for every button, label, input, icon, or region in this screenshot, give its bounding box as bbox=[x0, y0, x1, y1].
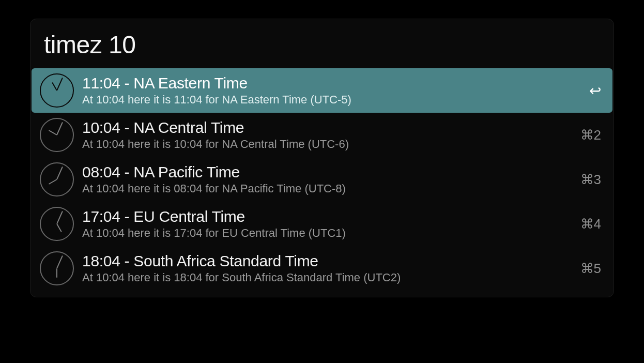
keyboard-shortcut: ⌘3 bbox=[580, 172, 601, 188]
search-input[interactable] bbox=[44, 31, 600, 59]
clock-icon bbox=[39, 250, 75, 286]
result-subtitle: At 10:04 here it is 18:04 for South Afri… bbox=[82, 270, 573, 285]
result-row[interactable]: 17:04 - EU Central TimeAt 10:04 here it … bbox=[32, 202, 612, 246]
launcher-window: 11:04 - NA Eastern TimeAt 10:04 here it … bbox=[30, 19, 614, 297]
result-title: 17:04 - EU Central Time bbox=[82, 207, 573, 226]
clock-icon bbox=[39, 206, 75, 242]
clock-icon bbox=[39, 117, 75, 153]
clock-icon bbox=[39, 161, 75, 198]
result-text: 08:04 - NA Pacific TimeAt 10:04 here it … bbox=[82, 163, 573, 196]
keyboard-shortcut: ⌘4 bbox=[580, 216, 601, 232]
result-row[interactable]: 18:04 - South Africa Standard TimeAt 10:… bbox=[32, 246, 612, 291]
keyboard-shortcut: ⌘5 bbox=[580, 261, 601, 277]
results-list: 11:04 - NA Eastern TimeAt 10:04 here it … bbox=[30, 68, 614, 291]
result-title: 08:04 - NA Pacific Time bbox=[82, 163, 573, 182]
result-subtitle: At 10:04 here it is 17:04 for EU Central… bbox=[82, 226, 573, 241]
result-row[interactable]: 11:04 - NA Eastern TimeAt 10:04 here it … bbox=[32, 68, 612, 113]
result-row[interactable]: 10:04 - NA Central TimeAt 10:04 here it … bbox=[32, 113, 612, 157]
return-icon: ↩ bbox=[589, 82, 601, 99]
keyboard-shortcut: ⌘2 bbox=[580, 127, 601, 143]
result-title: 11:04 - NA Eastern Time bbox=[82, 74, 582, 93]
result-text: 18:04 - South Africa Standard TimeAt 10:… bbox=[82, 252, 573, 285]
result-subtitle: At 10:04 here it is 11:04 for NA Eastern… bbox=[82, 93, 582, 108]
result-text: 11:04 - NA Eastern TimeAt 10:04 here it … bbox=[82, 74, 582, 108]
result-title: 10:04 - NA Central Time bbox=[82, 118, 573, 137]
clock-icon bbox=[39, 72, 75, 109]
enter-shortcut: ↩ bbox=[589, 82, 601, 99]
result-row[interactable]: 08:04 - NA Pacific TimeAt 10:04 here it … bbox=[32, 157, 612, 202]
result-text: 10:04 - NA Central TimeAt 10:04 here it … bbox=[82, 118, 573, 152]
search-row bbox=[30, 19, 614, 68]
result-text: 17:04 - EU Central TimeAt 10:04 here it … bbox=[82, 207, 573, 241]
result-subtitle: At 10:04 here it is 08:04 for NA Pacific… bbox=[82, 182, 573, 196]
result-title: 18:04 - South Africa Standard Time bbox=[82, 252, 573, 270]
result-subtitle: At 10:04 here it is 10:04 for NA Central… bbox=[82, 137, 573, 152]
